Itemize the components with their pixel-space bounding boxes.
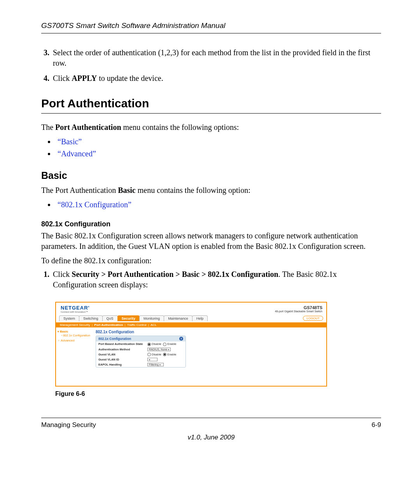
subtab-management-security[interactable]: Management Security xyxy=(60,323,90,327)
select-guest-vlan-id[interactable] xyxy=(147,358,158,361)
subtab-port-authentication[interactable]: Port Authentication xyxy=(94,323,123,327)
sidebar-item-8021x[interactable]: › 802.1x Configuration xyxy=(58,334,91,337)
footer-section: Managing Security xyxy=(41,421,96,429)
footer-page-number: 6-9 xyxy=(371,421,381,429)
tab-security[interactable]: Security xyxy=(117,315,140,321)
label-auth-method: Authentication Method xyxy=(98,348,147,351)
figure-6-6: NETGEAR' Connect with Innovation™ GS748T… xyxy=(55,302,381,397)
radio-enable-1[interactable] xyxy=(163,343,166,346)
page-footer: Managing Security 6-9 xyxy=(41,418,381,429)
sidebar-item-basic[interactable]: ▾Basic xyxy=(58,330,91,333)
tab-help[interactable]: Help xyxy=(192,315,208,321)
footer-version: v1.0, June 2009 xyxy=(41,434,381,441)
basic-options-list: “802.1x Configuration” xyxy=(41,199,381,211)
sidebar: ▾Basic › 802.1x Configuration › Advanced xyxy=(56,327,93,386)
netgear-logo: NETGEAR' Connect with Innovation™ xyxy=(61,305,90,313)
select-auth-method[interactable]: RADIUS, None xyxy=(147,348,171,351)
logout-button[interactable]: LOGOUT xyxy=(303,316,323,321)
procedure-step-1: Click Security > Port Authentication > B… xyxy=(51,269,381,290)
lead-in: To define the 802.1x configuration: xyxy=(41,256,381,266)
help-icon[interactable]: ? xyxy=(179,337,183,341)
tab-switching[interactable]: Switching xyxy=(79,315,103,321)
basic-intro: The Port Authentication Basic menu conta… xyxy=(41,185,381,196)
link-advanced[interactable]: “Advanced” xyxy=(58,149,96,158)
subsection-heading-basic: Basic xyxy=(41,170,381,181)
label-auth-state: Port Based Authentication State xyxy=(98,342,147,346)
options-list: “Basic” “Advanced” xyxy=(41,136,381,160)
steps-continued: Select the order of authentication (1,2,… xyxy=(41,47,381,84)
sidebar-item-advanced[interactable]: › Advanced xyxy=(58,339,91,342)
label-guest-vlan: Guest VLAN xyxy=(98,353,147,356)
8021x-description: The Basic 802.1x Configuration screen al… xyxy=(41,231,381,252)
tab-qos[interactable]: QoS xyxy=(102,315,118,321)
tab-maintenance[interactable]: Maintenance xyxy=(164,315,192,321)
select-eapol[interactable]: Filtering xyxy=(147,363,164,366)
radio-enable-2[interactable] xyxy=(163,353,166,356)
tab-monitoring[interactable]: Monitoring xyxy=(139,315,164,321)
label-guest-vlan-id: Guest VLAN ID xyxy=(98,358,147,361)
subsubsection-heading-8021x: 802.1x Configuration xyxy=(41,220,381,228)
figure-caption: Figure 6-6 xyxy=(55,390,381,397)
intro-paragraph: The Port Authentication menu contains th… xyxy=(41,122,381,133)
step-4: Click APPLY to update the device. xyxy=(51,73,381,84)
subtab-acl[interactable]: ACL xyxy=(150,323,157,327)
config-panel: 802.1x Configuration 802.1x Configuratio… xyxy=(93,327,326,386)
radio-disable-1[interactable] xyxy=(147,343,151,346)
manual-header: GS700TS Smart Switch Software Administra… xyxy=(41,21,381,33)
link-basic[interactable]: “Basic” xyxy=(58,137,82,146)
subtab-traffic-control[interactable]: Traffic Control xyxy=(127,323,147,327)
screenshot-netgear-ui: NETGEAR' Connect with Innovation™ GS748T… xyxy=(55,302,327,387)
procedure-steps: Click Security > Port Authentication > B… xyxy=(41,269,381,290)
panel-title: 802.1x Configuration xyxy=(96,330,323,334)
label-eapol: EAPOL Handling xyxy=(98,363,147,366)
sub-tabs: Management Security | Port Authenticatio… xyxy=(56,322,326,327)
radio-disable-2[interactable] xyxy=(147,353,151,356)
section-heading-port-authentication: Port Authentication xyxy=(41,97,381,114)
step-3: Select the order of authentication (1,2,… xyxy=(51,47,381,68)
tab-system[interactable]: System xyxy=(59,315,79,321)
model-label: GS748TS 48-port Gigabit Stackable Smart … xyxy=(275,305,322,313)
box-title: 802.1x Configuration xyxy=(98,337,131,341)
main-tabs: System Switching QoS Security Monitoring… xyxy=(56,314,326,322)
link-8021x-config[interactable]: “802.1x Configuration” xyxy=(58,200,131,209)
